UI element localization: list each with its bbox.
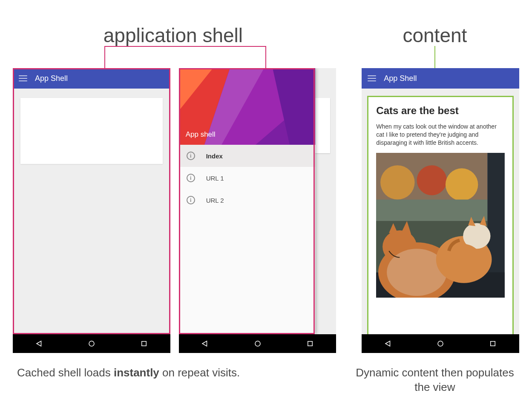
- svg-point-0: [89, 341, 94, 346]
- appbar: App Shell: [13, 68, 170, 89]
- drawer-item-url1[interactable]: i URL 1: [179, 167, 315, 189]
- drawer-item-index[interactable]: i Index: [179, 145, 315, 167]
- content-peek: [315, 68, 336, 334]
- drawer-header-label: App shell: [186, 130, 216, 139]
- connector-shell-drop-right: [265, 46, 266, 68]
- nav-home-icon[interactable]: [254, 340, 262, 347]
- nav-recent-icon[interactable]: [306, 340, 314, 347]
- nav-recent-icon[interactable]: [140, 340, 148, 347]
- nav-back-icon[interactable]: [384, 340, 392, 347]
- svg-point-30: [438, 341, 443, 346]
- caption-content: Dynamic content then populates the view: [351, 366, 519, 393]
- hamburger-icon[interactable]: [368, 75, 376, 81]
- android-navbar: [362, 334, 519, 353]
- drawer-header: App shell: [179, 68, 315, 145]
- hamburger-icon[interactable]: [19, 75, 27, 81]
- svg-point-13: [380, 165, 414, 199]
- label-application-shell: application shell: [13, 24, 334, 47]
- svg-point-15: [446, 168, 478, 201]
- svg-rect-31: [491, 341, 495, 346]
- label-content: content: [351, 24, 519, 47]
- nav-recent-icon[interactable]: [489, 340, 497, 347]
- nav-home-icon[interactable]: [88, 340, 95, 347]
- svg-point-8: [255, 341, 260, 346]
- phone-content: App Shell Cats are the best When my cats…: [362, 68, 519, 353]
- drawer-item-label: URL 1: [206, 175, 224, 182]
- nav-back-icon[interactable]: [35, 340, 43, 347]
- cats-photo: [376, 153, 505, 298]
- empty-content-card: [20, 98, 163, 164]
- svg-point-29: [441, 244, 483, 279]
- drawer-panel: App shell i Index i URL 1 i URL 2: [179, 68, 315, 334]
- nav-back-icon[interactable]: [201, 340, 209, 347]
- appbar-title: App Shell: [384, 74, 417, 83]
- caption-shell: Cached shell loads instantly on repeat v…: [13, 366, 334, 393]
- content-card: Cats are the best When my cats look out …: [368, 97, 512, 334]
- appbar: App Shell: [362, 68, 519, 89]
- content-title: Cats are the best: [376, 105, 505, 117]
- appbar-title: App Shell: [35, 74, 68, 83]
- drawer-item-label: URL 2: [206, 197, 224, 204]
- drawer-item-label: Index: [206, 152, 223, 160]
- info-icon: i: [187, 152, 195, 160]
- phone-shell-drawer: App shell i Index i URL 1 i URL 2: [179, 68, 336, 353]
- info-icon: i: [187, 174, 195, 182]
- drawer-item-url2[interactable]: i URL 2: [179, 189, 315, 211]
- phone-shell-empty: App Shell: [13, 68, 170, 353]
- svg-point-14: [417, 165, 447, 195]
- nav-home-icon[interactable]: [437, 340, 444, 347]
- android-navbar: [13, 334, 170, 353]
- info-icon: i: [187, 196, 195, 204]
- connector-shell-drop-left: [104, 46, 105, 68]
- svg-rect-9: [308, 341, 312, 346]
- connector-shell-horizontal: [104, 46, 266, 47]
- content-body: When my cats look out the window at anot…: [376, 123, 505, 147]
- android-navbar: [179, 334, 336, 353]
- svg-rect-1: [142, 341, 147, 346]
